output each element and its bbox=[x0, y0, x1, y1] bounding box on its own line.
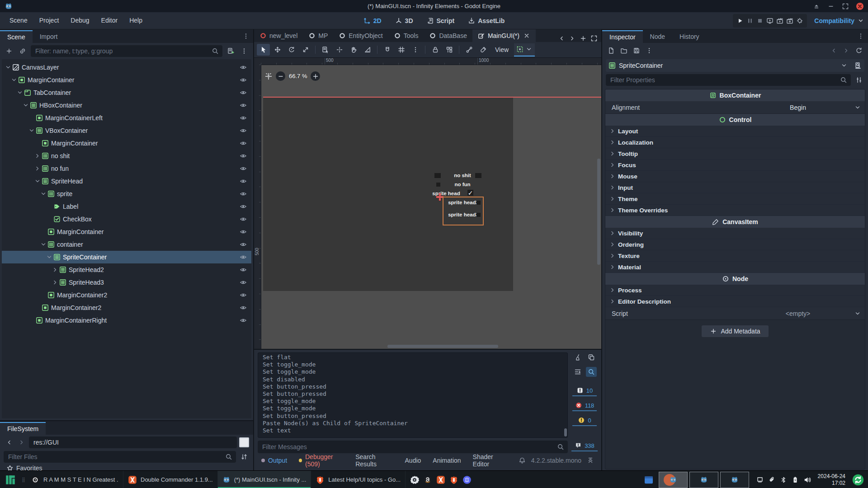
stop-button[interactable] bbox=[756, 17, 764, 24]
object-history-icon[interactable] bbox=[854, 45, 864, 56]
chevron-down-icon[interactable] bbox=[46, 253, 53, 261]
visibility-eye-icon[interactable] bbox=[240, 317, 247, 324]
menu-scene[interactable]: Scene bbox=[4, 12, 33, 29]
chevron-down-icon[interactable] bbox=[40, 241, 47, 248]
group-mouse[interactable]: Mouse bbox=[605, 171, 865, 182]
tab-filesystem[interactable]: FileSystem bbox=[0, 422, 46, 435]
visibility-eye-icon[interactable] bbox=[240, 127, 247, 134]
taskbar-app-record[interactable]: R A M M S T E I N Greatest ... bbox=[26, 471, 123, 488]
play-remote-button[interactable] bbox=[766, 17, 774, 24]
expand-bottom-panel-icon[interactable] bbox=[587, 457, 594, 464]
output-log[interactable]: Set flatSet toggle_modeSet toggle_modeSe… bbox=[258, 352, 568, 438]
tree-row-margincontainer[interactable]: MarginContainer bbox=[2, 225, 251, 238]
tray-paperclip-icon[interactable] bbox=[768, 476, 775, 483]
resource-menu-icon[interactable] bbox=[644, 45, 655, 56]
tree-row-sprite[interactable]: sprite bbox=[2, 188, 251, 200]
menu-debug[interactable]: Debug bbox=[65, 12, 95, 29]
message-filter-input[interactable] bbox=[261, 443, 554, 451]
group-input[interactable]: Input bbox=[605, 182, 865, 193]
add-node-button[interactable] bbox=[4, 46, 14, 56]
tool-move-button[interactable] bbox=[271, 44, 284, 56]
tool-rotate-button[interactable] bbox=[285, 44, 298, 56]
tab-inspector[interactable]: Inspector bbox=[602, 30, 643, 43]
tree-row-spritecontainer[interactable]: SpriteContainer bbox=[2, 251, 251, 263]
messages-count-badge[interactable]: 338 bbox=[571, 441, 598, 451]
save-resource-icon[interactable] bbox=[631, 45, 642, 56]
visibility-eye-icon[interactable] bbox=[240, 291, 247, 299]
group-tooltip[interactable]: Tooltip bbox=[605, 148, 865, 160]
chevron-down-icon[interactable] bbox=[40, 190, 47, 197]
tray-volume-icon[interactable] bbox=[803, 476, 811, 484]
group-theme[interactable]: Theme bbox=[605, 193, 865, 205]
menu-help[interactable]: Help bbox=[123, 12, 148, 29]
2d-viewport[interactable]: 5001000 500 66.7 % no shit no fun sprite… bbox=[254, 58, 601, 349]
viewport-hscrollbar[interactable] bbox=[387, 345, 498, 348]
visibility-eye-icon[interactable] bbox=[240, 76, 247, 84]
fs-back-icon[interactable] bbox=[4, 437, 14, 448]
inspected-node-selector[interactable]: SpriteContainer bbox=[606, 59, 864, 72]
chevron-down-icon[interactable] bbox=[28, 127, 35, 134]
chevron-down-icon[interactable] bbox=[854, 310, 861, 317]
property-alignment[interactable]: AlignmentBegin bbox=[605, 101, 865, 114]
chevron-right-icon[interactable] bbox=[52, 279, 59, 286]
visibility-eye-icon[interactable] bbox=[240, 140, 247, 147]
inspector-tools-icon[interactable] bbox=[854, 75, 864, 85]
tree-row-spritehead2[interactable]: SpriteHead2 bbox=[2, 263, 251, 276]
tab-history[interactable]: History bbox=[672, 30, 707, 43]
visibility-eye-icon[interactable] bbox=[240, 165, 247, 172]
tool-select-button[interactable] bbox=[257, 44, 270, 56]
group-localization[interactable]: Localization bbox=[605, 137, 865, 148]
workspace-assetlib[interactable]: AssetLib bbox=[462, 14, 510, 28]
fs-path[interactable]: res://GUI bbox=[29, 436, 237, 448]
chevron-right-icon[interactable] bbox=[52, 266, 59, 273]
notification-bell-icon[interactable] bbox=[519, 457, 526, 464]
workspace-script[interactable]: Script bbox=[421, 14, 460, 28]
category-control[interactable]: Control bbox=[605, 114, 865, 126]
category-boxcontainer[interactable]: BoxContainer bbox=[605, 89, 865, 101]
workspace-thumbnail-1[interactable] bbox=[659, 472, 688, 488]
tray-network-icon[interactable] bbox=[756, 476, 764, 483]
viewport-vscrollbar[interactable] bbox=[597, 159, 600, 265]
chevron-right-icon[interactable] bbox=[34, 165, 41, 172]
tree-row-margincontainerleft[interactable]: MarginContainerLeft bbox=[2, 112, 251, 124]
scene-tab-database[interactable]: DataBase bbox=[424, 29, 472, 42]
scene-tab-mp[interactable]: MP bbox=[303, 29, 333, 42]
menu-editor[interactable]: Editor bbox=[95, 12, 124, 29]
app-launcher-button[interactable] bbox=[0, 471, 21, 488]
group-editor-description[interactable]: Editor Description bbox=[605, 296, 865, 307]
tray-obs-icon[interactable] bbox=[410, 475, 419, 484]
visibility-eye-icon[interactable] bbox=[240, 152, 247, 160]
instance-scene-button[interactable] bbox=[17, 46, 28, 56]
tray-dc-icon[interactable] bbox=[436, 475, 445, 484]
workspace-thumbnail-2[interactable] bbox=[689, 472, 718, 488]
property-value[interactable]: <empty> bbox=[731, 310, 865, 317]
tray-battery-icon[interactable] bbox=[792, 476, 799, 483]
tab-import[interactable]: Import bbox=[33, 30, 65, 43]
tree-row-canvaslayer[interactable]: CanvasLayer bbox=[2, 61, 251, 74]
load-resource-icon[interactable] bbox=[618, 45, 629, 56]
visibility-eye-icon[interactable] bbox=[240, 102, 247, 109]
clear-log-icon[interactable] bbox=[572, 352, 583, 362]
copy-log-icon[interactable] bbox=[586, 352, 597, 362]
scene-filter-input[interactable] bbox=[34, 47, 209, 55]
dots-v-button[interactable] bbox=[409, 44, 422, 56]
remote-debug-button[interactable] bbox=[796, 17, 803, 24]
system-update-icon[interactable] bbox=[852, 474, 864, 486]
new-resource-icon[interactable] bbox=[606, 45, 617, 56]
inspector-menu-icon[interactable] bbox=[854, 33, 868, 40]
status-tab-output[interactable]: Output bbox=[261, 457, 287, 464]
tree-row-checkbox[interactable]: CheckBox bbox=[2, 213, 251, 225]
pause-button[interactable] bbox=[746, 17, 754, 24]
taskbar-app-dc[interactable]: Double Commander 1.1.9... bbox=[123, 471, 218, 488]
group-ordering[interactable]: Ordering bbox=[605, 239, 865, 250]
tool-lock-button[interactable] bbox=[429, 44, 442, 56]
prev-scene-tab-icon[interactable] bbox=[558, 35, 565, 42]
tree-row-tabcontainer[interactable]: TabContainer bbox=[2, 86, 251, 99]
tree-row-margincontainer2[interactable]: MarginContainer2 bbox=[2, 301, 251, 314]
group-focus[interactable]: Focus bbox=[605, 160, 865, 171]
history-forward-icon[interactable] bbox=[841, 45, 852, 56]
tree-row-label[interactable]: Label bbox=[2, 200, 251, 213]
badge-info-badge[interactable]: 10 bbox=[572, 385, 597, 396]
status-tab-audio[interactable]: Audio bbox=[405, 457, 421, 464]
chevron-down-icon[interactable] bbox=[10, 76, 18, 84]
